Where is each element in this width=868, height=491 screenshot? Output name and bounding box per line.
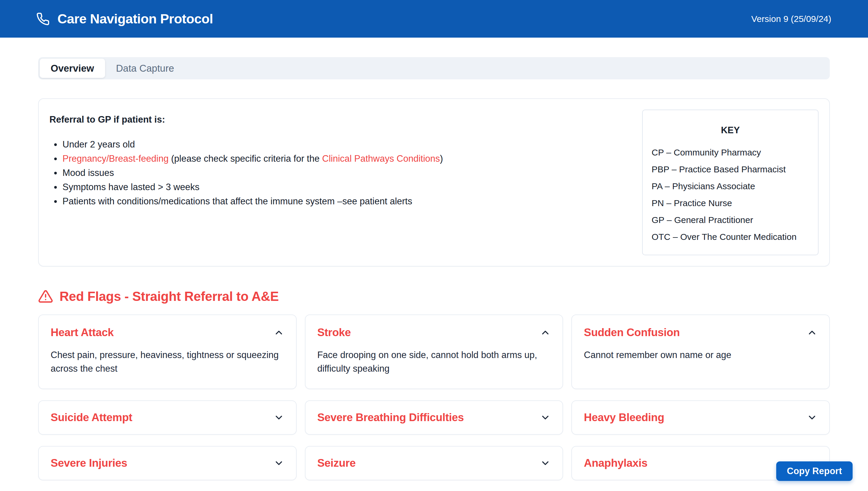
referral-heading: Referral to GP if patient is: [50, 114, 628, 125]
bullet-text: Patients with conditions/medications tha… [62, 196, 412, 206]
red-flag-card-header[interactable]: Severe Injuries [51, 457, 284, 469]
bullet-item: Patients with conditions/medications tha… [50, 194, 628, 208]
key-entry: OTC – Over The Counter Medication [652, 228, 809, 245]
red-flag-card: Severe Breathing Difficulties [305, 400, 563, 435]
red-flag-card-header[interactable]: Seizure [317, 457, 551, 469]
red-flag-card-title: Sudden Confusion [584, 326, 680, 339]
app-header: Care Navigation Protocol Version 9 (25/0… [0, 0, 868, 38]
key-entry: CP – Community Pharmacy [652, 144, 809, 161]
chevron-down-icon [807, 412, 817, 423]
red-flags-grid: Heart Attack Chest pain, pressure, heavi… [38, 315, 830, 491]
highlighted-text: Pregnancy/Breast-feeding [62, 153, 169, 164]
red-flag-card-header[interactable]: Severe Breathing Difficulties [317, 411, 551, 424]
page-title: Care Navigation Protocol [57, 11, 213, 27]
key-entries: CP – Community PharmacyPBP – Practice Ba… [652, 144, 809, 245]
referral-content: Referral to GP if patient is: Under 2 ye… [50, 110, 628, 255]
red-flag-card-header[interactable]: Suicide Attempt [51, 411, 284, 424]
chevron-up-icon [540, 327, 551, 338]
red-flag-card: Heavy Bleeding [571, 400, 830, 435]
key-box: KEY CP – Community PharmacyPBP – Practic… [642, 110, 818, 255]
app-header-left: Care Navigation Protocol [36, 11, 213, 27]
red-flag-card: Suicide Attempt [38, 400, 297, 435]
bullet-item: Symptoms have lasted > 3 weeks [50, 180, 628, 194]
copy-report-button[interactable]: Copy Report [776, 461, 852, 481]
red-flag-card-title: Seizure [317, 457, 356, 469]
chevron-up-icon [807, 327, 817, 338]
key-entry: PA – Physicians Associate [652, 178, 809, 195]
referral-bullet-list: Under 2 years oldPregnancy/Breast-feedin… [50, 137, 628, 208]
red-flag-card-title: Severe Breathing Difficulties [317, 411, 464, 424]
tab-data-capture[interactable]: Data Capture [105, 59, 185, 78]
bullet-text: Under 2 years old [62, 139, 135, 149]
bullet-text: Mood issues [62, 168, 114, 178]
alert-triangle-icon [38, 289, 53, 304]
red-flag-card-body: Chest pain, pressure, heaviness, tightne… [51, 348, 284, 376]
red-flags-heading: Red Flags - Straight Referral to A&E [38, 289, 830, 304]
key-entry: PBP – Practice Based Pharmacist [652, 161, 809, 178]
bullet-item: Mood issues [50, 166, 628, 180]
red-flags-heading-text: Red Flags - Straight Referral to A&E [60, 289, 279, 304]
red-flag-card-title: Stroke [317, 326, 351, 339]
red-flag-card: Sudden Confusion Cannot remember own nam… [571, 315, 830, 389]
chevron-down-icon [273, 458, 284, 468]
bullet-text: ) [440, 153, 443, 164]
red-flag-card: Seizure [305, 446, 563, 480]
red-flag-card-title: Heavy Bleeding [584, 411, 664, 424]
red-flag-card-header[interactable]: Heavy Bleeding [584, 411, 817, 424]
chevron-down-icon [540, 412, 551, 423]
bullet-item: Under 2 years old [50, 137, 628, 152]
red-flag-card: Stroke Face drooping on one side, cannot… [305, 315, 563, 389]
chevron-down-icon [540, 458, 551, 468]
main-content: Overview Data Capture Referral to GP if … [38, 57, 830, 491]
chevron-down-icon [273, 412, 284, 423]
key-entry: PN – Practice Nurse [652, 195, 809, 211]
chevron-up-icon [273, 327, 284, 338]
bullet-item: Pregnancy/Breast-feeding (please check s… [50, 152, 628, 166]
key-entry: GP – General Practitioner [652, 211, 809, 228]
red-flag-card-title: Suicide Attempt [51, 411, 132, 424]
red-flag-card-title: Anaphylaxis [584, 457, 648, 469]
version-label: Version 9 (25/09/24) [751, 14, 831, 24]
red-flag-card: Severe Injuries [38, 446, 297, 480]
red-flag-card: Heart Attack Chest pain, pressure, heavi… [38, 315, 297, 389]
red-flag-card-body: Face drooping on one side, cannot hold b… [317, 348, 551, 376]
highlighted-text: Clinical Pathways Conditions [322, 153, 440, 164]
bullet-text: Symptoms have lasted > 3 weeks [62, 182, 200, 192]
red-flag-card-header[interactable]: Stroke [317, 326, 551, 339]
referral-card: Referral to GP if patient is: Under 2 ye… [38, 98, 830, 266]
bullet-text: (please check specific criteria for the [169, 153, 322, 164]
red-flag-card-header[interactable]: Heart Attack [51, 326, 284, 339]
phone-icon [36, 12, 50, 26]
red-flag-card-title: Severe Injuries [51, 457, 127, 469]
key-title: KEY [652, 125, 809, 136]
red-flag-card-title: Heart Attack [51, 326, 114, 339]
red-flag-card-header[interactable]: Sudden Confusion [584, 326, 817, 339]
tab-overview[interactable]: Overview [40, 59, 105, 78]
red-flag-card-body: Cannot remember own name or age [584, 348, 817, 362]
tab-bar: Overview Data Capture [38, 57, 830, 79]
